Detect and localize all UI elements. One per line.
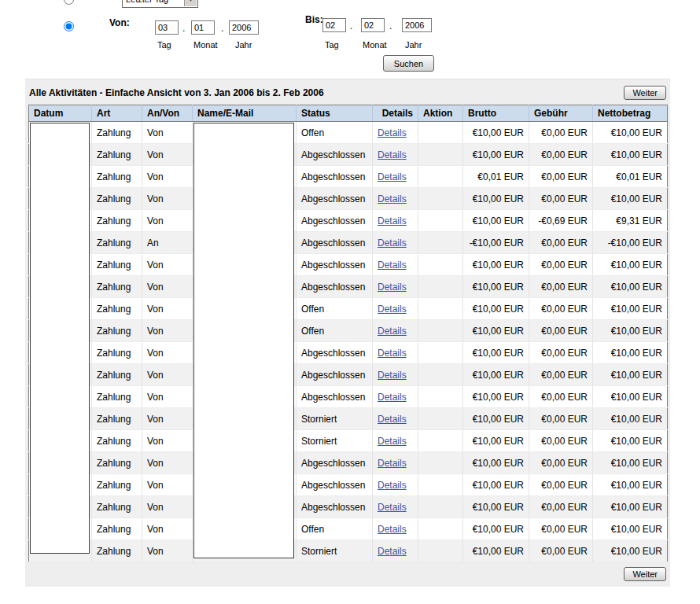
details-link[interactable]: Details <box>378 524 407 535</box>
table-row: Zahlung Von Abgeschlossen Details €10,00… <box>29 254 668 276</box>
date-range-radio[interactable] <box>64 21 74 31</box>
bis-tag-input[interactable] <box>322 18 346 32</box>
details-link[interactable]: Details <box>378 149 407 160</box>
cell-anvon: Von <box>142 320 193 342</box>
details-link[interactable]: Details <box>378 127 407 138</box>
table-row: Zahlung Von Abgeschlossen Details €10,00… <box>29 188 668 210</box>
table-row: Zahlung Von Abgeschlossen Details €10,00… <box>29 276 668 298</box>
details-link[interactable]: Details <box>378 238 407 249</box>
cell-gebuehr: €0,00 EUR <box>529 540 593 562</box>
redacted-datum-column <box>30 123 90 554</box>
cell-nettobetrag: €10,00 EUR <box>593 320 668 342</box>
dropdown-arrow-icon[interactable]: ▼ <box>184 0 197 6</box>
table-row: Zahlung Von Abgeschlossen Details €0,01 … <box>29 166 668 188</box>
cell-anvon: Von <box>142 364 193 386</box>
cell-brutto: €10,00 EUR <box>463 276 529 298</box>
col-header-details: Details <box>373 105 418 122</box>
cell-brutto: €10,00 EUR <box>463 474 529 496</box>
details-link[interactable]: Details <box>378 215 407 226</box>
table-row: Zahlung Von Abgeschlossen Details €10,00… <box>29 474 668 496</box>
cell-gebuehr: €0,00 EUR <box>529 254 593 276</box>
details-link[interactable]: Details <box>378 348 407 359</box>
cell-status: Abgeschlossen <box>297 474 373 496</box>
cell-nettobetrag: €10,00 EUR <box>593 144 668 166</box>
details-link[interactable]: Details <box>378 260 407 271</box>
von-monat-input[interactable] <box>191 20 215 35</box>
col-header-nettobetrag: Nettobetrag <box>593 105 668 122</box>
cell-nettobetrag: €10,00 EUR <box>593 452 668 474</box>
details-link[interactable]: Details <box>378 436 407 447</box>
table-row: Zahlung Von Abgeschlossen Details €10,00… <box>29 496 668 518</box>
cell-nettobetrag: €10,00 EUR <box>593 276 668 298</box>
cell-art: Zahlung <box>92 364 142 386</box>
col-header-anvon: An/Von <box>142 105 193 122</box>
details-link[interactable]: Details <box>378 370 407 381</box>
cell-art: Zahlung <box>92 496 142 518</box>
details-link[interactable]: Details <box>378 392 407 403</box>
bis-jahr-input[interactable] <box>402 18 432 32</box>
cell-anvon: Von <box>142 386 193 408</box>
cell-brutto: €10,00 EUR <box>463 518 529 540</box>
bis-monat-label: Monat <box>363 40 387 50</box>
bis-monat-input[interactable] <box>361 18 385 32</box>
cell-aktion <box>418 122 463 144</box>
details-link[interactable]: Details <box>378 282 407 293</box>
details-link[interactable]: Details <box>378 480 407 491</box>
von-jahr-input[interactable] <box>229 20 259 35</box>
details-link[interactable]: Details <box>378 171 407 182</box>
cell-nettobetrag: €10,00 EUR <box>593 474 668 496</box>
cell-nettobetrag: €10,00 EUR <box>593 408 668 430</box>
details-link[interactable]: Details <box>378 326 407 337</box>
cell-gebuehr: €0,00 EUR <box>529 364 593 386</box>
cell-nettobetrag: €10,00 EUR <box>593 496 668 518</box>
details-link[interactable]: Details <box>378 458 407 469</box>
details-link[interactable]: Details <box>378 414 407 425</box>
period-select[interactable]: Letzter Tag ▼ <box>122 0 198 8</box>
cell-details: Details <box>373 298 418 320</box>
date-separator: . <box>221 23 223 34</box>
weiter-button-bottom[interactable]: Weiter <box>624 567 666 581</box>
cell-art: Zahlung <box>92 540 142 562</box>
cell-nettobetrag: €10,00 EUR <box>593 540 668 562</box>
cell-anvon: Von <box>142 540 193 562</box>
suchen-button[interactable]: Suchen <box>383 55 434 72</box>
cell-aktion <box>418 430 463 452</box>
weiter-button-top[interactable]: Weiter <box>624 86 666 100</box>
cell-anvon: Von <box>142 430 193 452</box>
cell-details: Details <box>373 122 418 144</box>
activity-table: Datum Art An/Von Name/E-Mail Status Deta… <box>28 105 668 562</box>
cell-art: Zahlung <box>92 430 142 452</box>
col-header-brutto: Brutto <box>463 105 529 122</box>
table-row: Zahlung Von Storniert Details €10,00 EUR… <box>29 540 668 562</box>
col-header-gebuehr: Gebühr <box>529 105 593 122</box>
cell-nettobetrag: €10,00 EUR <box>593 386 668 408</box>
results-title: Alle Aktivitäten - Einfache Ansicht von … <box>29 87 324 98</box>
cell-art: Zahlung <box>92 298 142 320</box>
table-header-row: Datum Art An/Von Name/E-Mail Status Deta… <box>29 105 668 122</box>
period-select-value: Letzter Tag <box>126 0 168 4</box>
cell-art: Zahlung <box>92 210 142 232</box>
cell-status: Abgeschlossen <box>297 364 373 386</box>
cell-aktion <box>418 364 463 386</box>
cell-status: Abgeschlossen <box>297 452 373 474</box>
table-row: Zahlung An Abgeschlossen Details -€10,00… <box>29 232 668 254</box>
table-row: Zahlung Von Abgeschlossen Details €10,00… <box>29 386 668 408</box>
table-row: Zahlung Von Abgeschlossen Details €10,00… <box>29 144 668 166</box>
details-link[interactable]: Details <box>378 546 407 557</box>
cell-nettobetrag: €10,00 EUR <box>593 254 668 276</box>
cell-nettobetrag: €0,01 EUR <box>593 166 668 188</box>
cell-status: Abgeschlossen <box>297 386 373 408</box>
cell-aktion <box>418 342 463 364</box>
cell-status: Storniert <box>297 408 373 430</box>
details-link[interactable]: Details <box>378 193 407 204</box>
von-label: Von: <box>109 17 130 28</box>
cell-gebuehr: €0,00 EUR <box>529 518 593 540</box>
details-link[interactable]: Details <box>378 304 407 315</box>
details-link[interactable]: Details <box>378 502 407 513</box>
cell-details: Details <box>373 430 418 452</box>
cell-details: Details <box>373 166 418 188</box>
period-radio[interactable] <box>64 0 74 5</box>
cell-details: Details <box>373 210 418 232</box>
von-tag-input[interactable] <box>155 20 179 35</box>
cell-art: Zahlung <box>92 232 142 254</box>
